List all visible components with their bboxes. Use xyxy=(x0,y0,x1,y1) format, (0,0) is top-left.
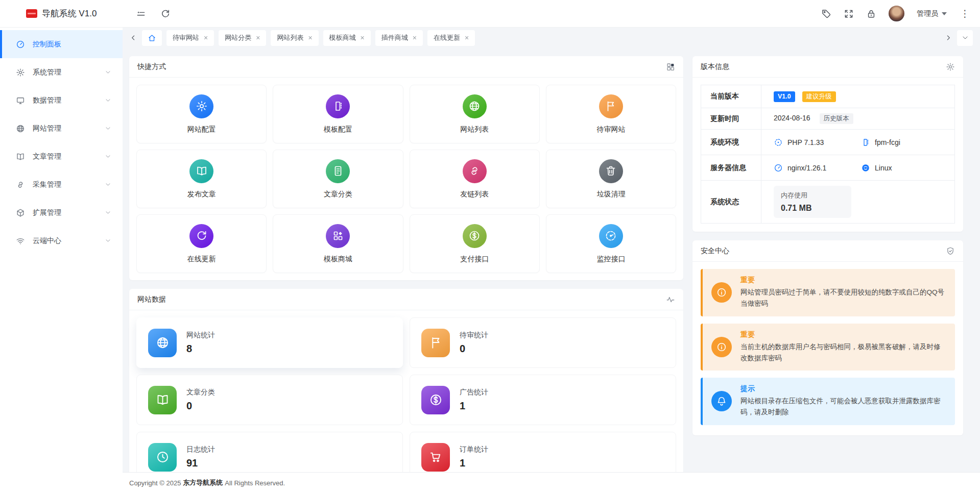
history-versions-badge[interactable]: 历史版本 xyxy=(820,113,853,124)
close-icon[interactable]: × xyxy=(256,34,260,41)
activity-icon[interactable] xyxy=(666,295,675,304)
shortcut-site-list[interactable]: 网站列表 xyxy=(410,85,540,143)
gear-icon xyxy=(16,68,25,77)
memory-label: 内存使用 xyxy=(781,191,844,200)
footer-brand: 东方导航系统 xyxy=(183,478,223,487)
shortcut-payment-api[interactable]: 支付接口 xyxy=(410,214,540,273)
chevron-down-icon xyxy=(105,209,111,216)
globe-icon xyxy=(468,100,481,112)
shortcut-online-update[interactable]: 在线更新 xyxy=(136,214,267,273)
close-icon[interactable]: × xyxy=(361,34,365,41)
panel-title: 版本信息 xyxy=(701,62,729,71)
stat-card-pending[interactable]: 待审统计0 xyxy=(410,317,676,368)
memory-usage-box: 内存使用 0.71 MB xyxy=(774,186,851,218)
memory-value: 0.71 MB xyxy=(781,204,844,213)
stat-card-article-category[interactable]: 文章分类0 xyxy=(136,375,403,425)
security-alert: 提示 网站根目录存在压缩包文件，可能会被人恶意获取并泄露数据库密码，请及时删除 xyxy=(701,378,955,425)
shortcut-friend-links[interactable]: 友链列表 xyxy=(410,150,540,208)
close-icon[interactable]: × xyxy=(465,34,469,41)
shield-check-icon[interactable] xyxy=(946,246,955,256)
tabs-scroll-right-icon[interactable] xyxy=(944,34,952,42)
security-center-panel: 安全中心 重要 网站管理员密码过于简单，请不要使用较短的纯数字或自己的QQ号当做… xyxy=(692,240,963,435)
tab-item[interactable]: 模板商城× xyxy=(323,30,371,46)
close-icon[interactable]: × xyxy=(308,34,312,41)
lock-icon[interactable] xyxy=(866,9,876,19)
shortcut-publish-article[interactable]: 发布文章 xyxy=(136,150,267,208)
alert-text: 当前主机的数据库用户名与密码相同，极易被黑客破解，请及时修改数据库密码 xyxy=(740,341,947,364)
trash-icon xyxy=(605,165,617,177)
globe-icon xyxy=(156,336,170,350)
version-info-panel: 版本信息 当前版本 V1.0 建议升级 更新时间 2024-08-16 历史版本 xyxy=(692,56,963,232)
shortcuts-panel: 快捷方式 网站配置 模板配置 网站列表 xyxy=(129,56,683,280)
user-menu[interactable]: 管理员 xyxy=(917,9,947,18)
apps-grid-icon[interactable] xyxy=(666,62,675,71)
sidebar-item-articles[interactable]: 文章管理 xyxy=(0,142,123,170)
home-icon xyxy=(148,34,156,42)
panel-title: 快捷方式 xyxy=(137,62,166,71)
os-icon xyxy=(861,163,870,172)
stat-card-sites[interactable]: 网站统计8 xyxy=(136,317,403,368)
sidebar-item-system[interactable]: 系统管理 xyxy=(0,58,123,86)
version-row-label: 系统环境 xyxy=(701,130,761,155)
sidebar-item-cloud[interactable]: 云端中心 xyxy=(0,227,123,255)
chevron-down-icon xyxy=(962,34,969,41)
shortcut-template-store[interactable]: 模板商城 xyxy=(273,214,403,273)
copyright-suffix: All Rights Reserved. xyxy=(225,479,285,487)
sidebar-item-extensions[interactable]: 扩展管理 xyxy=(0,199,123,227)
version-row-label: 当前版本 xyxy=(701,85,761,108)
update-date: 2024-08-16 xyxy=(774,114,810,122)
more-menu-icon[interactable]: ⋮ xyxy=(959,8,971,19)
collapse-sidebar-icon[interactable] xyxy=(136,9,146,19)
chevron-down-icon xyxy=(105,181,111,188)
shortcut-template-config[interactable]: 模板配置 xyxy=(273,85,403,143)
shortcut-article-category[interactable]: 文章分类 xyxy=(273,150,403,208)
info-circle-icon xyxy=(711,282,732,303)
php-version: PHP 7.1.33 xyxy=(787,138,824,146)
tab-home[interactable] xyxy=(142,30,162,46)
nginx-icon xyxy=(774,163,783,172)
cube-icon xyxy=(16,208,25,217)
clock-icon xyxy=(156,450,170,464)
avatar[interactable] xyxy=(889,6,904,21)
sidebar-item-collect[interactable]: 采集管理 xyxy=(0,170,123,199)
shortcut-site-config[interactable]: 网站配置 xyxy=(136,85,267,143)
link-icon xyxy=(468,165,481,177)
web-server: nginx/1.26.1 xyxy=(787,164,826,172)
close-icon[interactable]: × xyxy=(413,34,417,41)
sidebar-item-label: 控制面板 xyxy=(33,40,111,49)
shortcut-pending-sites[interactable]: 待审网站 xyxy=(546,85,676,143)
tag-icon[interactable] xyxy=(821,9,831,19)
shortcut-monitor-api[interactable]: 监控接口 xyxy=(546,214,676,273)
panel-title: 网站数据 xyxy=(137,295,166,304)
fullscreen-icon[interactable] xyxy=(844,9,854,19)
upgrade-badge[interactable]: 建议升级 xyxy=(802,91,836,102)
tab-item[interactable]: 网站列表× xyxy=(271,30,318,46)
refresh-icon[interactable] xyxy=(160,9,171,19)
alert-title: 重要 xyxy=(740,330,947,339)
gear-icon[interactable] xyxy=(946,62,955,71)
shortcut-trash-clean[interactable]: 垃圾清理 xyxy=(546,150,676,208)
template-icon xyxy=(332,100,344,112)
tab-item[interactable]: 网站分类× xyxy=(219,30,266,46)
version-row-label: 系统状态 xyxy=(701,181,761,224)
sidebar-item-label: 系统管理 xyxy=(33,68,97,77)
sidebar-item-dashboard[interactable]: 控制面板 xyxy=(0,30,123,58)
sidebar-item-website[interactable]: 网站管理 xyxy=(0,114,123,142)
close-icon[interactable]: × xyxy=(204,34,208,41)
sidebar-item-data[interactable]: 数据管理 xyxy=(0,86,123,114)
grid-icon xyxy=(332,230,344,242)
gauge-icon xyxy=(605,230,617,242)
sapi-value: fpm-fcgi xyxy=(875,138,900,146)
tab-item[interactable]: 在线更新× xyxy=(427,30,475,46)
tab-label: 网站分类 xyxy=(225,33,251,42)
tab-item[interactable]: 待审网站× xyxy=(166,30,214,46)
tabs-dropdown-button[interactable] xyxy=(957,30,973,46)
chevron-down-icon xyxy=(105,153,111,160)
stat-card-ads[interactable]: 广告统计1 xyxy=(410,375,676,425)
tabs-scroll-left-icon[interactable] xyxy=(129,34,137,42)
app-logo-icon xyxy=(26,9,37,18)
tab-item[interactable]: 插件商城× xyxy=(375,30,423,46)
version-row-label: 服务器信息 xyxy=(701,155,761,181)
brand[interactable]: 导航系统 V1.0 xyxy=(0,0,123,27)
sapi-icon xyxy=(861,138,870,147)
